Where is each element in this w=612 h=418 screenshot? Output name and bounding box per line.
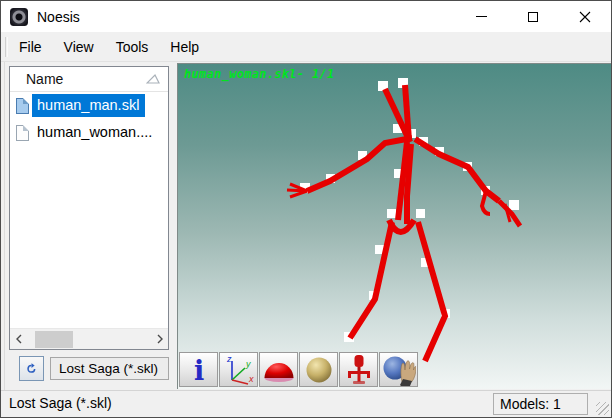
- horizontal-scrollbar[interactable]: [10, 328, 168, 349]
- maximize-button[interactable]: [507, 1, 559, 32]
- window-title: Noesis: [37, 9, 80, 25]
- refresh-button[interactable]: [19, 356, 44, 381]
- file-icon: [16, 125, 29, 141]
- scrollbar-track[interactable]: [27, 329, 151, 350]
- file-row-human-woman[interactable]: human_woman....: [10, 119, 168, 146]
- close-icon: [579, 11, 591, 23]
- svg-text:x: x: [248, 374, 254, 384]
- scroll-right-icon: [156, 334, 164, 344]
- pan-view-button[interactable]: [379, 352, 418, 387]
- panel-edge-divider: [4, 62, 5, 390]
- sort-triangle-icon: [146, 74, 160, 84]
- menubar: File View Tools Help: [1, 32, 611, 62]
- viewport-toolbar: i z y x: [179, 352, 418, 387]
- menu-tools[interactable]: Tools: [105, 33, 160, 61]
- resize-grip[interactable]: [596, 402, 609, 415]
- name-column-label: Name: [26, 71, 63, 87]
- noesis-app-icon: [10, 8, 28, 26]
- info-icon: i: [191, 356, 207, 384]
- file-name: human_man.skl: [32, 94, 145, 117]
- pan-hand-icon: [382, 354, 416, 386]
- minimize-icon: [476, 16, 487, 17]
- scroll-left-button[interactable]: [10, 329, 27, 350]
- viewport-caption: human_woman.skl- 1/1: [184, 67, 335, 81]
- file-row-human-man[interactable]: human_man.skl: [10, 92, 168, 119]
- file-name: human_woman....: [32, 121, 158, 144]
- status-models-pane: Models: 1: [493, 393, 588, 415]
- menu-help[interactable]: Help: [159, 33, 210, 61]
- info-button[interactable]: i: [179, 352, 218, 387]
- skeleton-icon: [343, 354, 375, 386]
- statusbar: Lost Saga (*.skl) Models: 1: [1, 390, 611, 417]
- maximize-icon: [528, 12, 538, 22]
- file-icon: [16, 98, 29, 114]
- skeleton-view-button[interactable]: [339, 352, 378, 387]
- titlebar: Noesis: [1, 1, 611, 32]
- minimize-button[interactable]: [455, 1, 507, 32]
- format-selector[interactable]: Lost Saga (*.skl): [50, 357, 169, 380]
- refresh-icon: [26, 361, 37, 376]
- svg-text:i: i: [194, 356, 204, 384]
- scroll-right-button[interactable]: [151, 329, 168, 350]
- dome-icon: [262, 356, 296, 384]
- skeleton-model: [178, 64, 611, 389]
- scrollbar-thumb[interactable]: [35, 331, 73, 348]
- menu-view[interactable]: View: [53, 33, 105, 61]
- scroll-left-icon: [15, 334, 23, 344]
- menu-file[interactable]: File: [8, 33, 53, 61]
- noesis-window: Noesis File View Tools Help N: [0, 0, 612, 418]
- sphere-icon: [305, 356, 333, 384]
- caption-buttons: [455, 1, 611, 32]
- svg-text:z: z: [226, 354, 232, 364]
- axes-button[interactable]: z y x: [219, 352, 258, 387]
- main-area: Name human_man.skl human_woman....: [1, 62, 611, 390]
- axes-icon: z y x: [223, 354, 255, 386]
- svg-text:y: y: [245, 359, 251, 369]
- close-button[interactable]: [559, 1, 611, 32]
- file-list-panel: Name human_man.skl human_woman....: [9, 66, 169, 350]
- dome-shading-button[interactable]: [259, 352, 298, 387]
- status-format-text: Lost Saga (*.skl): [9, 391, 112, 416]
- name-column-header[interactable]: Name: [10, 67, 168, 92]
- sphere-shading-button[interactable]: [299, 352, 338, 387]
- model-viewport[interactable]: human_woman.skl- 1/1 i z y x: [177, 63, 611, 389]
